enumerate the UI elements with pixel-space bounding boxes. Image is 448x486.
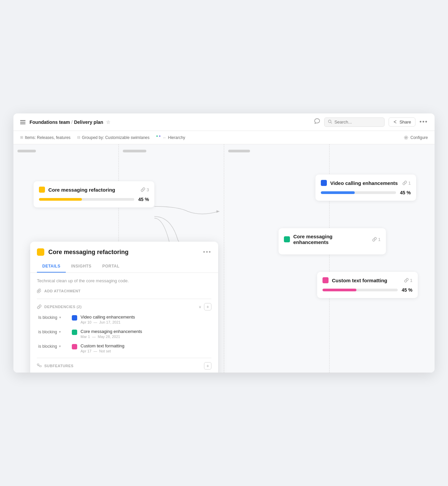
menu-icon[interactable] [20, 120, 26, 124]
progress-bar-fill-video [321, 191, 355, 194]
divider-1 [37, 299, 211, 299]
dep-date-3: Apr 17 — Not set [81, 349, 211, 353]
progress-bar-bg-custom [322, 289, 398, 291]
breadcrumb: Foundations team / Delivery plan ☆ [30, 119, 110, 125]
progress-row-custom: 45 % [322, 287, 412, 293]
comment-icon[interactable] [314, 118, 320, 126]
breadcrumb-team[interactable]: Foundations team [30, 119, 70, 125]
progress-bar-bg-video [321, 191, 396, 194]
dep-dot-1 [72, 315, 77, 321]
dep-rel-arrow-1: ▼ [59, 316, 62, 319]
canvas-area: Core messaging refactoring 3 45 % [13, 144, 435, 373]
fcard-header: Core messaging refactoring 3 [39, 187, 149, 193]
search-icon [328, 119, 332, 125]
toolbar-grouped[interactable]: ⊟ Grouped by: Customizable swimlanes [77, 135, 149, 140]
progress-pct-custom: 45 % [402, 287, 412, 293]
card-custom-text[interactable]: Custom text formatting 1 45 % [317, 272, 418, 298]
panel-tabs: DETAILS INSIGHTS PORTAL [30, 260, 218, 273]
fcard-link-count-video: 1 [402, 181, 411, 186]
dependency-item-1: Is blocking ▼ Video calling enhancements… [37, 314, 211, 324]
card-video-calling[interactable]: Video calling enhancements 1 45 % [315, 175, 416, 201]
svg-point-0 [329, 120, 331, 123]
fcard-title-core-enh: Core messaging enhancements [293, 234, 369, 245]
fcard-link-count-custom: 1 [404, 278, 412, 283]
fcard-dot-core-enh [284, 236, 290, 242]
dep-relation-3[interactable]: is blocking ▼ [38, 343, 68, 349]
panel-more-icon[interactable]: ••• [203, 249, 211, 256]
header-right: Share ••• [314, 117, 428, 127]
attachment-label: ADD ATTACHMENT [44, 289, 81, 293]
toolbar-items-label: Items: Releases, features [25, 135, 70, 140]
tab-insights[interactable]: INSIGHTS [66, 260, 97, 273]
star-icon[interactable]: ☆ [106, 119, 110, 125]
configure-label: Configure [410, 135, 428, 140]
progress-bar-bg [39, 198, 134, 201]
panel-body: Technical clean up of the core messaging… [30, 273, 218, 373]
panel-header: Core messaging refactoring ••• [30, 242, 218, 256]
share-button[interactable]: Share [389, 117, 415, 127]
dep-info-1: Video calling enhancements Apr 10 — Jun … [81, 314, 211, 324]
tab-details[interactable]: DETAILS [37, 260, 66, 273]
breadcrumb-separator: / [71, 119, 73, 125]
fcard-title-video: Video calling enhancements [330, 180, 399, 186]
dep-name-3: Custom text formatting [81, 343, 211, 348]
dep-rel-arrow-3: ▼ [58, 345, 61, 348]
toolbar-configure[interactable]: Configure [404, 135, 428, 140]
breadcrumb-page[interactable]: Delivery plan [74, 119, 103, 125]
dep-dot-3 [72, 344, 77, 349]
dep-name-2: Core messaging enhancements [81, 329, 211, 334]
dependency-item-3: is blocking ▼ Custom text formatting Apr… [37, 343, 211, 353]
dependency-item-2: is blocking ▼ Core messaging enhancement… [37, 329, 211, 339]
card-core-messaging[interactable]: Core messaging refactoring 3 45 % [34, 181, 154, 207]
dependencies-add-button[interactable]: + [204, 303, 211, 310]
progress-row: 45 % [39, 197, 149, 202]
search-box[interactable] [324, 117, 385, 127]
fcard-title-custom: Custom text formatting [332, 278, 401, 283]
dep-relation-2[interactable]: is blocking ▼ [38, 329, 68, 334]
dep-date-2: Mar 1 — May 28, 2021 [81, 335, 211, 339]
dep-rel-arrow-2: ▼ [58, 330, 61, 334]
tab-portal[interactable]: PORTAL [97, 260, 125, 273]
dep-relation-1[interactable]: Is blocking ▼ [38, 314, 68, 320]
search-input[interactable] [334, 119, 381, 125]
toolbar-hierarchy-label: Hierarchy [168, 135, 185, 140]
toolbar-hierarchy[interactable]: ↔ Hierarchy [156, 135, 185, 140]
attachment-row[interactable]: ADD ATTACHMENT [37, 289, 211, 293]
items-icon: ⊞ [20, 135, 23, 140]
subfeatures-add-button[interactable]: + [204, 362, 211, 370]
subfeatures-title: SUBFEATURES [44, 364, 201, 368]
more-menu-icon[interactable]: ••• [419, 118, 428, 126]
header-left: Foundations team / Delivery plan ☆ [20, 119, 314, 125]
dep-info-3: Custom text formatting Apr 17 — Not set [81, 343, 211, 353]
dep-name-1: Video calling enhancements [81, 314, 211, 320]
toolbar-items[interactable]: ⊞ Items: Releases, features [20, 135, 70, 140]
hierarchy-icon: ↔ [162, 136, 166, 140]
fcard-dot-custom [322, 277, 329, 283]
dep-rel-label-3: is blocking [38, 344, 57, 349]
progress-bar-fill-custom [322, 289, 356, 291]
svg-rect-2 [159, 136, 160, 137]
app-window: Foundations team / Delivery plan ☆ [13, 113, 435, 373]
fcard-header-custom: Custom text formatting 1 [322, 277, 412, 283]
timeline-col-3 [224, 144, 330, 373]
divider-2 [37, 358, 211, 358]
fcard-title: Core messaging refactoring [48, 187, 137, 193]
dependencies-expand[interactable]: ∨ [199, 305, 201, 309]
progress-bar-fill [39, 198, 82, 201]
subfeatures-section: SUBFEATURES + [37, 362, 211, 370]
share-label: Share [399, 119, 411, 125]
svg-rect-1 [156, 136, 158, 137]
fcard-dot [39, 187, 45, 193]
toolbar: ⊞ Items: Releases, features ⊟ Grouped by… [13, 131, 435, 144]
detail-panel: Core messaging refactoring ••• DETAILS I… [30, 242, 218, 373]
dep-info-2: Core messaging enhancements Mar 1 — May … [81, 329, 211, 339]
header: Foundations team / Delivery plan ☆ [13, 113, 435, 131]
card-core-enh[interactable]: Core messaging enhancements 1 [279, 228, 386, 254]
svg-point-3 [405, 137, 407, 138]
dep-rel-label-1: Is blocking [38, 315, 57, 320]
progress-pct-video: 45 % [400, 190, 411, 195]
dep-date-1: Apr 10 — Jun 17, 2021 [81, 320, 211, 324]
subfeatures-header: SUBFEATURES + [37, 362, 211, 370]
grouped-icon: ⊟ [77, 135, 80, 140]
fcard-header-core-enh: Core messaging enhancements 1 [284, 234, 381, 245]
